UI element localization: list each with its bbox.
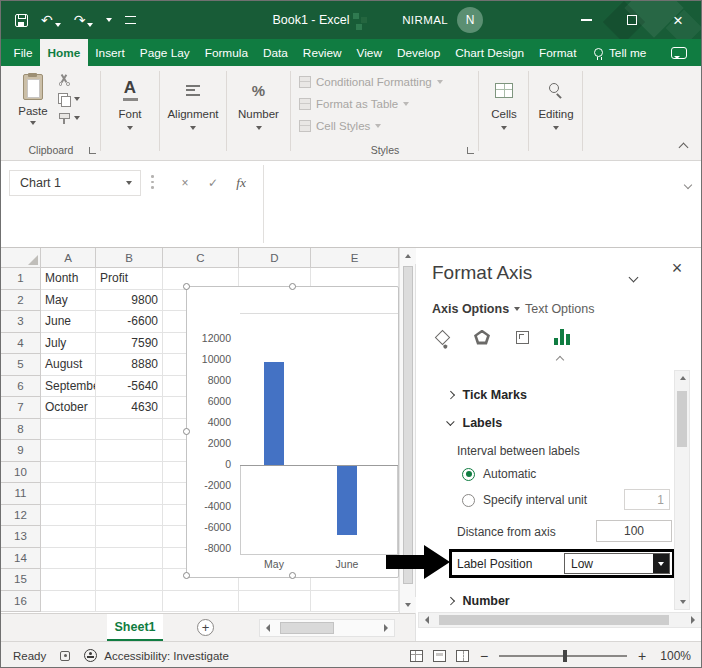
row-header-9[interactable]: 9: [1, 440, 41, 462]
tab-format[interactable]: Format: [532, 39, 584, 66]
axis-options-icon[interactable]: [549, 324, 575, 350]
column-header-A[interactable]: A: [41, 248, 96, 268]
cell-B14[interactable]: [96, 548, 163, 570]
row-header-14[interactable]: 14: [1, 548, 41, 570]
minimize-button[interactable]: [563, 1, 609, 39]
cell-A6[interactable]: September: [41, 376, 96, 398]
column-header-E[interactable]: E: [311, 248, 399, 268]
chart-resize-handle[interactable]: [183, 283, 190, 290]
section-labels[interactable]: Labels: [448, 416, 502, 430]
tab-file[interactable]: File: [6, 39, 40, 66]
zoom-level[interactable]: 100%: [657, 649, 691, 663]
cell-C16[interactable]: [163, 591, 239, 613]
row-header-16[interactable]: 16: [1, 591, 41, 613]
row-header-11[interactable]: 11: [1, 483, 41, 505]
zoom-in-button[interactable]: +: [637, 648, 647, 664]
row-header-1[interactable]: 1: [1, 268, 41, 290]
name-box[interactable]: Chart 1: [9, 170, 141, 196]
cell-A15[interactable]: [41, 569, 96, 591]
size-properties-icon[interactable]: [509, 324, 535, 350]
cell-B4[interactable]: 7590: [96, 333, 163, 355]
row-header-3[interactable]: 3: [1, 311, 41, 333]
copy-button[interactable]: [58, 92, 80, 105]
row-header-10[interactable]: 10: [1, 462, 41, 484]
cell-B9[interactable]: [96, 440, 163, 462]
chart-resize-handle[interactable]: [289, 572, 296, 579]
zoom-out-button[interactable]: −: [479, 648, 489, 664]
cell-A9[interactable]: [41, 440, 96, 462]
formula-cancel-button[interactable]: ×: [173, 170, 197, 196]
number-group[interactable]: % Number: [227, 66, 290, 160]
cell-A5[interactable]: August: [41, 354, 96, 376]
column-header-D[interactable]: D: [239, 248, 311, 268]
tab-text-options[interactable]: Text Options: [525, 302, 594, 316]
radio-selected-icon[interactable]: [462, 468, 475, 481]
cell-B1[interactable]: Profit: [96, 268, 163, 290]
cell-B2[interactable]: 9800: [96, 290, 163, 312]
cell-E16[interactable]: [311, 591, 399, 613]
cell-B5[interactable]: 8880: [96, 354, 163, 376]
tab-chart-design[interactable]: Chart Design: [448, 39, 532, 66]
sheet-horizontal-scrollbar[interactable]: [259, 619, 395, 637]
tab-develop[interactable]: Develop: [389, 39, 447, 66]
row-header-15[interactable]: 15: [1, 569, 41, 591]
cell-A4[interactable]: July: [41, 333, 96, 355]
alignment-group[interactable]: Alignment: [160, 66, 226, 160]
panel-close-button[interactable]: ×: [666, 258, 688, 279]
cell-D16[interactable]: [239, 591, 311, 613]
scroll-up-button[interactable]: [675, 371, 691, 385]
paste-button[interactable]: Paste: [11, 71, 55, 153]
column-header-C[interactable]: C: [163, 248, 239, 268]
distance-from-axis-input[interactable]: 100: [596, 520, 672, 542]
insert-function-button[interactable]: fx: [229, 170, 253, 196]
scroll-up-button[interactable]: [400, 248, 416, 264]
scroll-right-button[interactable]: [378, 621, 394, 635]
scroll-down-button[interactable]: [400, 597, 416, 613]
page-layout-view-button[interactable]: [433, 650, 446, 662]
scrollbar-thumb[interactable]: [439, 615, 669, 625]
scroll-left-button[interactable]: [260, 621, 276, 635]
cell-A14[interactable]: [41, 548, 96, 570]
undo-button[interactable]: ↶: [41, 13, 61, 27]
cell-A2[interactable]: May: [41, 290, 96, 312]
cell-B10[interactable]: [96, 462, 163, 484]
radio-automatic[interactable]: Automatic: [462, 467, 536, 481]
expand-formula-bar-button[interactable]: [685, 177, 691, 191]
scroll-left-button[interactable]: [419, 613, 435, 627]
cell-A11[interactable]: [41, 483, 96, 505]
chart-resize-handle[interactable]: [183, 428, 190, 435]
cell-B6[interactable]: -5640: [96, 376, 163, 398]
tab-sheet1[interactable]: Sheet1: [107, 614, 163, 641]
accessibility-status[interactable]: Accessibility: Investigate: [84, 649, 229, 662]
scroll-right-button[interactable]: [685, 613, 701, 627]
avatar[interactable]: N: [457, 7, 483, 33]
zoom-slider[interactable]: [499, 649, 627, 663]
chart-bar-june[interactable]: [337, 466, 357, 535]
row-header-13[interactable]: 13: [1, 526, 41, 548]
name-box-splitter[interactable]: [151, 175, 154, 191]
customize-qat-caret-icon[interactable]: [106, 18, 112, 22]
editing-group[interactable]: Editing: [529, 66, 583, 160]
chart-resize-handle[interactable]: [183, 572, 190, 579]
row-header-6[interactable]: 6: [1, 376, 41, 398]
normal-view-button[interactable]: [410, 650, 423, 662]
account-area[interactable]: NIRMAL N: [402, 1, 483, 39]
formula-input[interactable]: [265, 163, 675, 245]
tab-page-lay[interactable]: Page Lay: [132, 39, 197, 66]
cell-B16[interactable]: [96, 591, 163, 613]
effects-icon[interactable]: [469, 324, 495, 350]
panel-vertical-scrollbar[interactable]: [674, 370, 690, 610]
scrollbar-thumb[interactable]: [677, 391, 687, 447]
cell-B13[interactable]: [96, 526, 163, 548]
panel-horizontal-scrollbar[interactable]: [418, 612, 702, 628]
label-position-dropdown[interactable]: Low: [564, 553, 670, 574]
row-header-4[interactable]: 4: [1, 333, 41, 355]
cell-B11[interactable]: [96, 483, 163, 505]
x-axis-category-label[interactable]: May: [252, 558, 296, 570]
zoom-slider-handle[interactable]: [563, 650, 567, 662]
row-header-12[interactable]: 12: [1, 505, 41, 527]
cell-A8[interactable]: [41, 419, 96, 441]
tab-home[interactable]: Home: [40, 39, 88, 66]
cell-A13[interactable]: [41, 526, 96, 548]
formula-enter-button[interactable]: ✓: [201, 170, 225, 196]
